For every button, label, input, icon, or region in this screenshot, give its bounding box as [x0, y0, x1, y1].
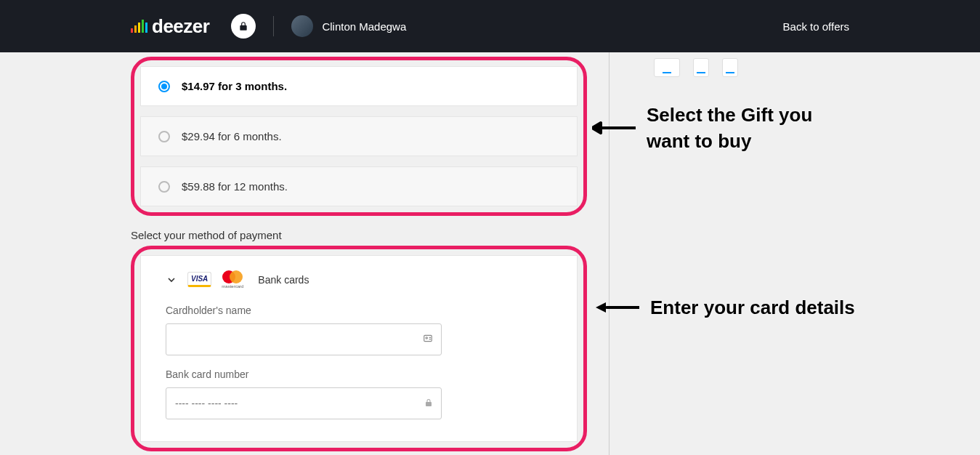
svg-point-1 — [426, 337, 427, 339]
payment-method-label: Bank cards — [258, 274, 309, 286]
gift-option-label: $59.88 for 12 months. — [182, 180, 288, 193]
header-divider — [273, 16, 274, 36]
gift-option-12-months[interactable]: $59.88 for 12 months. — [140, 166, 578, 206]
radio-unselected-icon[interactable] — [158, 181, 170, 193]
gift-option-6-months[interactable]: $29.94 for 6 months. — [140, 116, 578, 156]
gift-option-label: $14.97 for 3 months. — [182, 80, 287, 92]
brand-logo[interactable]: deezer — [131, 15, 209, 38]
visa-icon: VISA — [187, 272, 211, 287]
payment-method-card: VISA mastercard Bank cards Cardholder's … — [140, 255, 578, 442]
cardholder-name-label: Cardholder's name — [166, 305, 552, 316]
payment-method-header[interactable]: VISA mastercard Bank cards — [166, 270, 552, 289]
radio-unselected-icon[interactable] — [158, 131, 170, 142]
user-avatar[interactable] — [291, 15, 313, 37]
payment-form-highlight: VISA mastercard Bank cards Cardholder's … — [131, 246, 587, 451]
arrow-left-icon — [592, 121, 636, 135]
chevron-down-icon — [166, 274, 177, 286]
svg-marker-3 — [596, 302, 606, 313]
mastercard-icon: mastercard — [222, 270, 243, 289]
contact-card-icon — [423, 334, 433, 346]
username: Clinton Madegwa — [322, 20, 406, 33]
logo-icon — [131, 20, 147, 33]
arrow-left-icon — [596, 300, 639, 315]
brand-name: deezer — [152, 15, 209, 38]
lock-icon — [238, 21, 248, 31]
radio-selected-icon[interactable] — [158, 81, 170, 92]
annotation-gift: Select the Gift youwant to buy — [647, 102, 812, 155]
gift-option-3-months[interactable]: $14.97 for 3 months. — [140, 66, 578, 106]
svg-rect-0 — [424, 335, 432, 341]
cardholder-name-input[interactable] — [166, 323, 442, 355]
lock-badge — [231, 14, 256, 39]
card-number-label: Bank card number — [166, 369, 552, 380]
lock-icon — [424, 398, 433, 409]
payment-section-label: Select your method of payment — [131, 229, 587, 241]
app-header: deezer Clinton Madegwa Back to offers — [0, 0, 980, 52]
back-to-offers-link[interactable]: Back to offers — [783, 20, 849, 33]
annotation-card: Enter your card details — [650, 297, 855, 319]
gift-options-highlight: $14.97 for 3 months. $29.94 for 6 months… — [131, 57, 587, 216]
card-number-input[interactable] — [166, 387, 442, 419]
gift-option-label: $29.94 for 6 months. — [182, 130, 282, 142]
